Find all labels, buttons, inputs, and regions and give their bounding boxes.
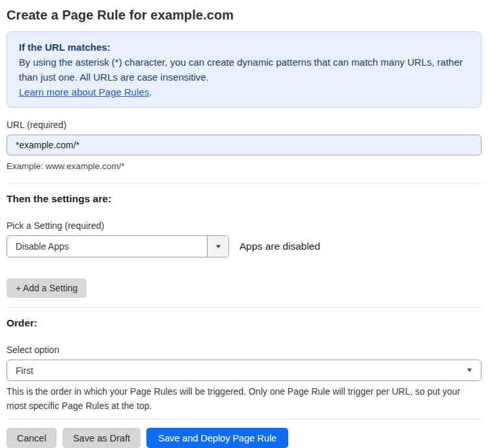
order-helper-text: This is the order in which your Page Rul…: [7, 384, 481, 413]
url-field-label: URL (required): [7, 120, 481, 130]
setting-select-value: Disable Apps: [7, 236, 207, 257]
caret-down-icon: ▼: [466, 367, 474, 373]
info-box-heading: If the URL matches:: [19, 40, 469, 55]
page-rule-form: Create a Page Rule for example.com If th…: [0, 0, 488, 448]
order-select[interactable]: First ▼: [7, 360, 481, 381]
url-example-helper: Example: www.example.com/*: [7, 159, 481, 174]
url-input[interactable]: [7, 135, 481, 155]
divider: [7, 183, 481, 183]
divider: [7, 419, 481, 419]
info-box-body: By using the asterisk (*) character, you…: [19, 55, 469, 85]
save-and-deploy-button[interactable]: Save and Deploy Page Rule: [146, 428, 288, 448]
order-section-heading: Order:: [7, 317, 481, 329]
add-setting-button[interactable]: + Add a Setting: [7, 278, 87, 298]
page-title: Create a Page Rule for example.com: [7, 8, 481, 23]
pick-setting-label: Pick a Setting (required): [7, 220, 481, 231]
caret-down-icon: ▼: [214, 244, 222, 250]
link-suffix: .: [149, 86, 152, 98]
order-select-value: First: [16, 365, 33, 376]
footer-button-row: Cancel Save as Draft Save and Deploy Pag…: [7, 428, 481, 448]
cancel-button[interactable]: Cancel: [7, 428, 57, 448]
url-match-info-box: If the URL matches: By using the asteris…: [7, 31, 481, 108]
setting-row: Disable Apps ▼ Apps are disabled: [7, 235, 481, 257]
save-as-draft-button[interactable]: Save as Draft: [62, 428, 141, 448]
divider: [7, 307, 481, 308]
setting-select[interactable]: Disable Apps ▼: [7, 235, 229, 257]
learn-more-link[interactable]: Learn more about Page Rules: [19, 86, 149, 98]
order-select-label: Select option: [7, 345, 481, 355]
setting-description: Apps are disabled: [239, 241, 320, 252]
settings-section-heading: Then the settings are:: [7, 192, 481, 205]
info-box-link-line: Learn more about Page Rules.: [19, 85, 469, 99]
setting-select-arrow-button[interactable]: ▼: [207, 236, 228, 257]
